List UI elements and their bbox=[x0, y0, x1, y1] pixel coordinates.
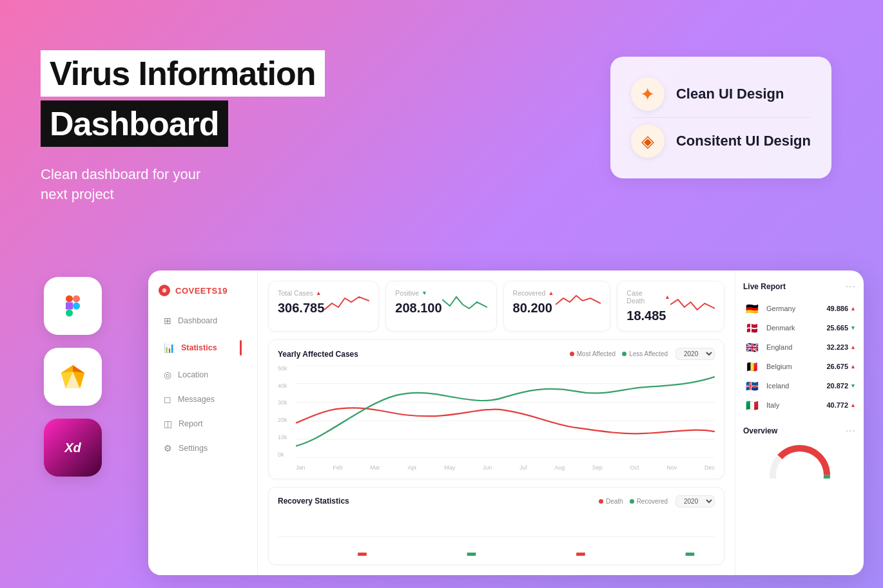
virus-icon: ⊕ bbox=[159, 285, 170, 296]
svg-point-19 bbox=[419, 529, 471, 556]
yearly-chart-title: Yearly Affected Cases bbox=[278, 350, 358, 359]
flag-iceland: 🇮🇸 bbox=[743, 379, 761, 392]
statistics-icon: 📊 bbox=[164, 343, 175, 353]
hero-section: Virus Information Dashboard Clean dashbo… bbox=[41, 50, 325, 205]
stat-card-total-cases: Total Cases ▲ 306.785 bbox=[268, 281, 379, 332]
svg-rect-3 bbox=[66, 310, 73, 317]
app-icons-section: Xd bbox=[44, 277, 102, 477]
flag-england: 🇬🇧 bbox=[743, 341, 761, 354]
overview-section: Overview ··· bbox=[743, 425, 856, 479]
svg-point-21 bbox=[637, 529, 690, 556]
stat-card-positive: Positive ▼ 208.100 bbox=[385, 281, 496, 332]
year-select[interactable]: 2020 2021 bbox=[675, 348, 715, 360]
flag-germany: 🇩🇪 bbox=[743, 302, 761, 315]
stat-value-total: 306.785 bbox=[278, 301, 324, 316]
country-row-england: 🇬🇧 England 32.223 ▲ bbox=[743, 337, 856, 357]
stat-card-recovered: Recovered ▲ 80.200 bbox=[503, 281, 611, 332]
chart-plot bbox=[296, 365, 715, 458]
figma-icon bbox=[44, 277, 102, 335]
right-panel: Live Report ··· 🇩🇪 Germany 49.886 ▲ 🇩🇰 D… bbox=[735, 270, 864, 575]
stats-row: Total Cases ▲ 306.785 Positive bbox=[268, 281, 724, 332]
settings-icon: ⚙ bbox=[164, 443, 172, 453]
live-report-title: Live Report bbox=[743, 282, 786, 291]
yearly-chart-panel: Yearly Affected Cases Most Affected Less… bbox=[268, 339, 724, 479]
country-list: 🇩🇪 Germany 49.886 ▲ 🇩🇰 Denmark 25.665 ▼ bbox=[743, 299, 856, 415]
country-row-belgium: 🇧🇪 Belgium 26.675 ▲ bbox=[743, 357, 856, 376]
value-germany: 49.886 ▲ bbox=[826, 305, 856, 312]
stat-label-death: Case Death ▲ bbox=[626, 289, 670, 305]
stat-label-recovered: Recovered ▲ bbox=[513, 289, 554, 297]
country-row-iceland: 🇮🇸 Iceland 20.872 ▼ bbox=[743, 376, 856, 395]
value-england: 32.223 ▲ bbox=[826, 343, 856, 351]
feature-item-consistent-ui: ◈ Consitent UI Design bbox=[631, 117, 811, 164]
hero-subtitle: Clean dashboard for your next project bbox=[41, 165, 325, 205]
country-row-denmark: 🇩🇰 Denmark 25.665 ▼ bbox=[743, 318, 856, 337]
value-denmark: 25.665 ▼ bbox=[826, 324, 856, 332]
country-row-germany: 🇩🇪 Germany 49.886 ▲ bbox=[743, 299, 856, 318]
svg-rect-1 bbox=[73, 295, 80, 302]
overview-title: Overview bbox=[743, 426, 777, 435]
overview-menu[interactable]: ··· bbox=[846, 425, 856, 437]
svg-point-23 bbox=[773, 448, 827, 479]
main-content: Total Cases ▲ 306.785 Positive bbox=[258, 270, 735, 575]
flag-denmark: 🇩🇰 bbox=[743, 321, 761, 334]
location-icon: ◎ bbox=[164, 370, 171, 380]
recovery-chart-header: Recovery Statistics Death Recovered 2020… bbox=[278, 495, 715, 507]
sidebar-item-statistics[interactable]: 📊 Statistics bbox=[153, 334, 252, 362]
sidebar-item-report[interactable]: ◫ Report bbox=[153, 412, 252, 435]
svg-point-4 bbox=[73, 302, 80, 309]
live-report-header: Live Report ··· bbox=[743, 281, 856, 292]
sidebar-nav: ⊞ Dashboard 📊 Statistics ◎ Location ◻ Me… bbox=[148, 309, 257, 460]
live-report-menu[interactable]: ··· bbox=[846, 281, 856, 292]
stat-label-positive: Positive ▼ bbox=[395, 289, 442, 297]
value-iceland: 20.872 ▼ bbox=[826, 382, 856, 390]
overview-chart bbox=[768, 443, 832, 479]
svg-marker-6 bbox=[73, 365, 84, 373]
sidebar: ⊕ COVEETS19 ⊞ Dashboard 📊 Statistics ◎ L… bbox=[148, 270, 258, 575]
xd-app-icon: Xd bbox=[44, 419, 102, 477]
stat-value-death: 18.485 bbox=[626, 308, 670, 323]
chart-legend: Most Affected Less Affected bbox=[570, 350, 668, 357]
y-labels: 50k40k30k20k10k0k bbox=[278, 365, 296, 458]
yearly-chart-header: Yearly Affected Cases Most Affected Less… bbox=[278, 348, 715, 360]
sparkline-positive bbox=[442, 292, 487, 314]
messages-icon: ◻ bbox=[164, 394, 171, 404]
recovery-chart-panel: Recovery Statistics Death Recovered 2020… bbox=[268, 487, 724, 565]
sparkline-recovered bbox=[556, 292, 601, 314]
consistent-ui-icon: ◈ bbox=[631, 124, 665, 158]
recovery-chart-title: Recovery Statistics bbox=[278, 497, 349, 506]
sketch-app-icon bbox=[44, 348, 102, 406]
live-report-section: Live Report ··· 🇩🇪 Germany 49.886 ▲ 🇩🇰 D… bbox=[743, 281, 856, 415]
value-italy: 40.772 ▲ bbox=[826, 401, 856, 409]
svg-rect-2 bbox=[66, 302, 73, 309]
sidebar-logo: ⊕ COVEETS19 bbox=[148, 285, 257, 308]
stat-value-recovered: 80.200 bbox=[513, 301, 554, 316]
dashboard-icon: ⊞ bbox=[164, 316, 171, 326]
svg-marker-7 bbox=[61, 365, 73, 373]
svg-rect-0 bbox=[66, 295, 73, 302]
yearly-chart-container: 50k40k30k20k10k0k JanFebMarAprMayJun Jul… bbox=[278, 365, 715, 471]
stat-card-case-death: Case Death ▲ 18.485 bbox=[617, 281, 724, 332]
recovery-year-select[interactable]: 2020 2021 bbox=[675, 495, 715, 507]
hero-title-line1: Virus Information bbox=[41, 50, 325, 97]
sparkline-total bbox=[324, 292, 369, 314]
sidebar-item-dashboard[interactable]: ⊞ Dashboard bbox=[153, 309, 252, 332]
dashboard-card: ⊕ COVEETS19 ⊞ Dashboard 📊 Statistics ◎ L… bbox=[148, 270, 864, 575]
sparkline-death bbox=[670, 296, 715, 318]
sidebar-item-settings[interactable]: ⚙ Settings bbox=[153, 437, 252, 460]
stat-label-total: Total Cases ▲ bbox=[278, 289, 324, 297]
sidebar-item-location[interactable]: ◎ Location bbox=[153, 363, 252, 386]
overview-header: Overview ··· bbox=[743, 425, 856, 437]
report-icon: ◫ bbox=[164, 419, 172, 429]
recovery-legend: Death Recovered bbox=[599, 498, 668, 505]
svg-point-20 bbox=[529, 529, 581, 556]
x-labels: JanFebMarAprMayJun JulAugSepOctNovDec bbox=[296, 464, 715, 471]
flag-belgium: 🇧🇪 bbox=[743, 360, 761, 373]
svg-point-18 bbox=[310, 529, 362, 556]
feature-card: ✦ Clean UI Design ◈ Consitent UI Design bbox=[610, 57, 831, 178]
value-belgium: 26.675 ▲ bbox=[826, 363, 856, 370]
flag-italy: 🇮🇹 bbox=[743, 399, 761, 412]
sidebar-item-messages[interactable]: ◻ Messages bbox=[153, 388, 252, 411]
hero-title-line2: Dashboard bbox=[41, 100, 228, 147]
clean-ui-icon: ✦ bbox=[631, 77, 665, 111]
